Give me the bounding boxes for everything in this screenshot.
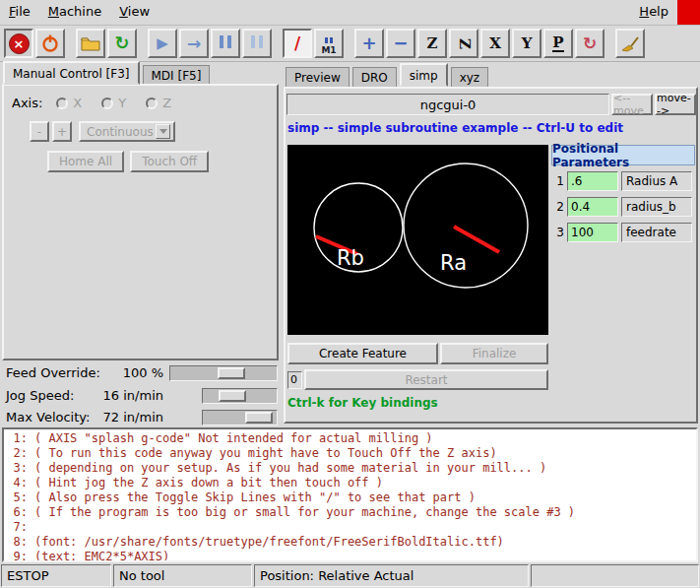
home-touchoff-row: Home All Touch Off (47, 151, 215, 172)
gcode-line[interactable]: 5:( Also press the Toggle Skip Lines wit… (8, 490, 692, 505)
max-velocity-thumb[interactable] (245, 412, 273, 424)
toggle-optional-pause-button[interactable]: M1 (314, 29, 344, 58)
param-name-field: feedrate (621, 223, 692, 242)
step-button[interactable] (242, 29, 272, 58)
gcode-line[interactable]: 6:( If the program is too big or small f… (8, 505, 692, 520)
step-icon (249, 35, 265, 51)
view-perspective-icon: P (552, 35, 563, 52)
param-number: 3 (551, 226, 564, 239)
tab-preview[interactable]: Preview (286, 67, 350, 87)
power-icon (40, 33, 60, 53)
gcode-line[interactable]: 7: (8, 520, 692, 535)
axis-y-label: Y (118, 96, 126, 110)
param-row-3: 3 100 feedrate (551, 222, 695, 243)
tab-xyz[interactable]: xyz (451, 67, 489, 87)
jog-speed-label: Jog Speed: (6, 388, 74, 403)
view-z-button[interactable]: Z (417, 29, 447, 58)
run-from-line-icon: → (187, 35, 201, 52)
open-file-button[interactable] (76, 29, 105, 58)
max-velocity-label: Max Velocity: (6, 410, 90, 425)
toolbar-group-run: ▶ → (148, 29, 272, 58)
menu-view[interactable]: View (110, 0, 159, 25)
param-value-input[interactable]: 100 (567, 223, 618, 242)
gcode-line[interactable]: 8:(font: /usr/share/fonts/truetype/freef… (8, 535, 692, 550)
gcode-listing: 1:( AXIS "splash g-code" Not intended fo… (2, 427, 698, 562)
tab-mdi[interactable]: MDI [F5] (143, 65, 211, 85)
jog-minus-button[interactable]: - (30, 121, 49, 142)
feed-override-value: 100 % (96, 365, 163, 380)
gcode-line[interactable]: 1:( AXIS "splash g-code" Not intended fo… (8, 431, 692, 446)
zoom-out-icon: − (393, 34, 408, 52)
create-feature-button[interactable]: Create Feature (287, 343, 438, 364)
left-tabbar: Manual Control [F3] MDI [F5] (3, 62, 213, 85)
axis-radio-z[interactable]: Z (146, 96, 171, 110)
axis-window: File Machine View Help × (0, 0, 700, 588)
open-folder-icon (81, 35, 100, 51)
status-tool: No tool (113, 564, 252, 587)
jog-speed-thumb[interactable] (219, 390, 246, 402)
jog-plus-button[interactable]: + (52, 121, 72, 142)
feed-override-row: Feed Override: 100 % (0, 362, 282, 384)
menu-help[interactable]: Help (630, 0, 677, 25)
clear-plot-button[interactable] (615, 29, 645, 58)
param-value-input[interactable]: .6 (567, 171, 618, 191)
tab-simp[interactable]: simp (400, 63, 448, 87)
toolbar-group-plot (615, 29, 645, 58)
key-bindings-hint: Ctrl-k for Key bindings (287, 396, 438, 410)
toolbar-group-machine: × (4, 29, 65, 58)
gcode-line[interactable]: 9:(text: EMC2*5*AXIS) (8, 550, 692, 562)
view-z-icon: Z (427, 36, 438, 51)
max-velocity-row: Max Velocity: 72 in/min (0, 407, 282, 428)
gcode-line[interactable]: 2:( To run this code anyway you might ha… (8, 446, 692, 461)
ngcgui-subtitle: simp -- simple subroutine example -- Ctr… (287, 121, 623, 135)
preview-canvas: Rb Ra (287, 145, 548, 335)
feed-override-thumb[interactable] (218, 367, 245, 379)
menu-file[interactable]: File (0, 0, 39, 25)
radius-a-label: Ra (440, 251, 467, 275)
pause-button[interactable] (211, 29, 240, 58)
restart-count-field[interactable]: 0 (287, 371, 302, 389)
ngcgui-title-bar: ngcgui-0 (286, 94, 609, 115)
tab-dro[interactable]: DRO (352, 67, 397, 87)
gcode-line[interactable]: 4:( Hint jog the Z axis down a bit then … (8, 476, 692, 490)
reload-icon: ↻ (114, 34, 129, 52)
max-velocity-slider[interactable] (202, 410, 278, 425)
machine-power-button[interactable] (35, 29, 65, 58)
menubar: File Machine View Help (0, 0, 700, 26)
red-corner-box (677, 0, 700, 25)
run-from-line-button[interactable]: → (179, 29, 209, 58)
radio-icon (56, 98, 68, 109)
move-left-button[interactable]: <--move (611, 94, 653, 115)
view-perspective-button[interactable]: P (543, 29, 573, 58)
feed-override-label: Feed Override: (6, 365, 100, 380)
view-x-button[interactable]: X (480, 29, 510, 58)
home-all-button[interactable]: Home All (47, 151, 124, 172)
tab-manual-control[interactable]: Manual Control [F3] (3, 61, 140, 85)
axis-radio-y[interactable]: Y (101, 96, 126, 110)
positional-parameters-header: Positional Parameters (551, 145, 695, 165)
gcode-line[interactable]: 3:( depending on your setup. As if you h… (8, 461, 692, 476)
jog-speed-slider[interactable] (202, 388, 278, 404)
restart-button[interactable]: Restart (304, 369, 548, 390)
manual-control-panel: Manual Control [F3] MDI [F5] Axis: X Y Z (0, 62, 282, 425)
rotate-view-button[interactable]: ↻ (575, 29, 605, 58)
optional-pause-icon: M1 (321, 33, 336, 55)
reload-button[interactable]: ↻ (107, 29, 137, 58)
zoom-out-button[interactable]: − (386, 29, 415, 58)
feed-override-slider[interactable] (169, 365, 278, 381)
move-right-button[interactable]: move--> (655, 94, 696, 115)
view-z-rotated-button[interactable]: Z (449, 29, 478, 58)
axis-radio-x[interactable]: X (56, 96, 82, 110)
jog-mode-select[interactable]: Continuous (79, 121, 175, 142)
touch-off-button[interactable]: Touch Off (130, 151, 209, 172)
param-value-input[interactable]: 0.4 (567, 197, 618, 217)
run-button[interactable]: ▶ (148, 29, 177, 58)
toggle-skip-lines-button[interactable]: / (283, 29, 312, 58)
zoom-in-button[interactable]: + (354, 29, 384, 58)
status-estop: ESTOP (1, 564, 111, 587)
finalize-button[interactable]: Finalize (440, 343, 548, 364)
m1-label: M1 (321, 46, 336, 55)
estop-button[interactable]: × (4, 29, 33, 58)
view-y-button[interactable]: Y (512, 29, 541, 58)
menu-machine[interactable]: Machine (39, 0, 110, 25)
